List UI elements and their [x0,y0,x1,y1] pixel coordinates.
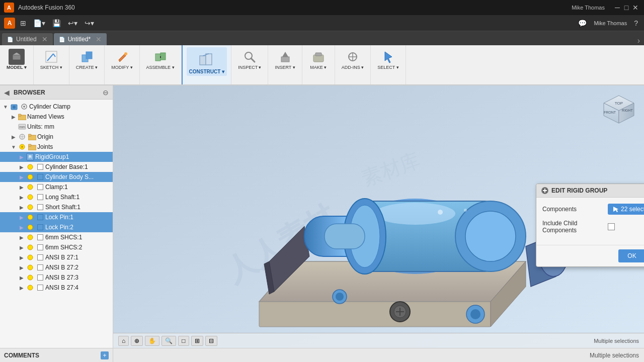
clamp-label: Clamp:1 [45,184,68,191]
chat-button[interactable]: 💬 [576,18,589,28]
tree-ansi-27-3[interactable]: ▶ ANSI B 27:3 [0,273,113,283]
svg-rect-71 [325,224,365,249]
inspect-button[interactable]: INSPECT ▾ [235,47,264,71]
svg-rect-8 [160,53,166,60]
tree-rigidgroup1[interactable]: ▶ R RigidGroup1 [0,152,113,162]
include-child-label: Include Child Components [542,220,608,234]
viewport-pan-button[interactable]: ✋ [145,336,159,346]
view-cube[interactable]: TOP FRONT RIGHT [599,90,639,131]
tree-lock-pin-2[interactable]: ▶ Lock Pin:2 [0,222,113,232]
tree-clamp[interactable]: ▶ Clamp:1 [0,182,113,192]
tree-cylinder-base[interactable]: ▶ Cylinder Base:1 [0,162,113,172]
save-button[interactable]: 💾 [50,18,63,28]
minimize-button[interactable]: ─ [613,3,622,12]
viewport-zoom-button[interactable]: 🔍 [162,336,176,346]
svg-point-43 [28,174,33,179]
ok-button[interactable]: OK [618,249,644,262]
modify-icon [114,49,130,65]
viewport-home-button[interactable]: ⌂ [118,336,129,346]
units-icon: mm [18,123,26,131]
modify-button[interactable]: MODIFY ▾ [109,47,135,71]
ansi-27-4-label: ANSI B 27:4 [45,284,78,291]
browser-options-button[interactable]: ⊖ [103,88,109,97]
ribbon-group-assemble: ASSEMBLE ▾ [140,45,182,84]
insert-label: INSERT ▾ [275,65,295,70]
undo-button[interactable]: ↩▾ [66,18,79,28]
ribbon-group-inspect: INSPECT ▾ [231,45,268,84]
add-comment-button[interactable]: + [101,351,109,359]
tree-units[interactable]: ▶ mm Units: mm [0,122,113,132]
titlebar: A Autodesk Fusion 360 Mike Thomas ─ □ ✕ [0,0,644,15]
maximize-button[interactable]: □ [622,3,631,12]
tree-ansi-27-1[interactable]: ▶ ANSI B 27:1 [0,252,113,262]
box-icon-body [36,173,44,181]
svg-text:RIGHT: RIGHT [622,109,633,112]
assemble-button[interactable]: ASSEMBLE ▾ [144,47,177,71]
ribbon-group-construct: CONSTRUCT ▾ [182,45,232,84]
ribbon-group-create: CREATE ▾ [69,45,105,84]
tab-close-1[interactable]: ✕ [42,35,48,43]
create-icon [79,49,95,65]
viewport-display-button[interactable]: ⊞ [191,336,203,346]
svg-point-42 [28,164,33,169]
modify-label: MODIFY ▾ [111,65,132,70]
insert-button[interactable]: INSERT ▾ [272,47,297,71]
sketch-button[interactable]: SKETCH ▾ [38,47,65,71]
tree-joints[interactable]: ▼ Joints [0,142,113,152]
construct-button[interactable]: CONSTRUCT ▾ [187,47,227,76]
ansi-27-3-label: ANSI B 27:3 [45,274,78,281]
include-child-checkbox[interactable] [608,223,615,230]
tree-origin[interactable]: ▶ Origin [0,132,113,142]
ribbon-group-model: MODEL ▾ [0,45,34,84]
select-button[interactable]: SELECT ▾ [375,47,401,71]
svg-point-50 [28,245,33,250]
redo-button[interactable]: ↪▾ [83,18,96,28]
new-button[interactable]: 📄▾ [31,18,47,28]
tree-lock-pin-1[interactable]: ▶ Lock Pin:1 [0,212,113,222]
viewport-fit-button[interactable]: □ [178,336,189,346]
tree-root[interactable]: ▼ Cylinder Clamp [0,102,113,112]
tree-6mm-shcs-1[interactable]: ▶ 6mm SHCS:1 [0,232,113,242]
grid-button[interactable]: ⊞ [18,18,28,28]
svg-rect-28 [18,114,21,116]
help-button[interactable]: ? [632,18,640,28]
svg-rect-7 [155,54,160,61]
tab-untitled-2[interactable]: 📄 Untitled* ✕ [54,33,107,45]
svg-text:mm: mm [19,125,25,129]
model-button[interactable]: MODEL ▾ [4,47,29,71]
root-label: Cylinder Clamp [29,103,70,110]
tree-short-shaft[interactable]: ▶ Short Shaft:1 [0,202,113,212]
tab-scroll-right[interactable]: › [633,36,644,45]
svg-point-79 [336,293,344,301]
user-button[interactable]: Mike Thomas [592,19,629,27]
user-name[interactable]: Mike Thomas [572,5,605,11]
tab-untitled-1[interactable]: 📄 Untitled ✕ [2,33,53,45]
selection-badge[interactable]: 22 selected ✕ [608,204,644,215]
tree-ansi-27-4[interactable]: ▶ ANSI B 27:4 [0,283,113,293]
ribbon-group-make: MAKE ▾ [302,45,335,84]
viewport-orbit-button[interactable]: ⊕ [131,336,143,346]
ribbon-group-modify: MODIFY ▾ [105,45,139,84]
tree-6mm-shcs-2[interactable]: ▶ 6mm SHCS:2 [0,242,113,252]
svg-rect-11 [206,54,212,65]
svg-rect-35 [28,134,31,136]
svg-rect-10 [200,56,206,65]
svg-text:R: R [29,154,32,159]
tree-named-views[interactable]: ▶ Named Views [0,112,113,122]
browser-collapse-button[interactable]: ◀ [4,88,10,97]
tree-ansi-27-2[interactable]: ▶ ANSI B 27:2 [0,262,113,273]
svg-line-14 [251,58,255,62]
model-icon [9,49,25,65]
create-button[interactable]: CREATE ▾ [73,47,100,71]
dialog-footer: OK Cancel [536,245,644,266]
tree-cylinder-body[interactable]: ▶ Cylinder Body S... [0,172,113,182]
tab-close-2[interactable]: ✕ [96,35,102,43]
viewport-grid-button[interactable]: ⊟ [205,336,217,346]
addins-button[interactable]: ADD-INS ▾ [339,47,367,71]
ansi-27-1-label: ANSI B 27:1 [45,254,78,261]
close-button[interactable]: ✕ [631,3,640,12]
svg-point-48 [28,225,33,230]
tree-long-shaft[interactable]: ▶ Long Shaft:1 [0,192,113,202]
viewport[interactable]: 人人素材 素材库 [113,85,644,348]
make-button[interactable]: MAKE ▾ [306,47,331,71]
